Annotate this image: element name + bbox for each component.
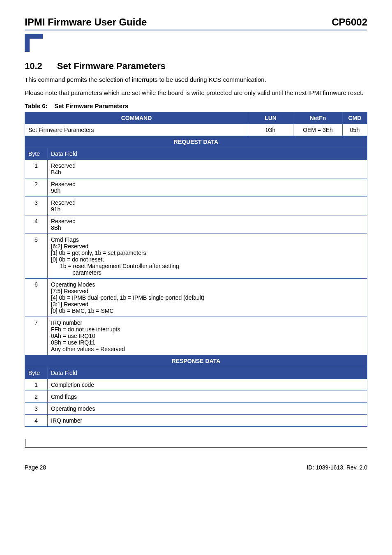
request-row: 7 IRQ number FFh = do not use interrupts… [25, 317, 367, 355]
req-byte: 3 [25, 197, 48, 215]
col-netfn: NetFn [293, 112, 343, 124]
request-label: REQUEST DATA [25, 136, 367, 148]
resp-byte: 3 [25, 402, 48, 414]
section-para-2: Please note that parameters which are se… [25, 89, 367, 97]
req-byte: 4 [25, 215, 48, 234]
table-caption-label: Table 6: [25, 102, 48, 109]
req-field: Cmd Flags [6:2] Reserved [1] 0b = get on… [48, 234, 367, 278]
req-field: Reserved 90h [48, 178, 367, 197]
footer-rule [25, 447, 367, 448]
doc-title: IPMI Firmware User Guide [25, 16, 147, 28]
resp-byte: 2 [25, 391, 48, 402]
request-row: 5 Cmd Flags [6:2] Reserved [1] 0b = get … [25, 234, 367, 278]
request-row: 2 Reserved 90h [25, 178, 367, 197]
response-row: 3 Operating modes [25, 402, 367, 414]
req-field: Operating Modes [7:5] Reserved [4] 0b = … [48, 278, 367, 317]
section-para-1: This command permits the selection of in… [25, 76, 367, 84]
byte-label: Byte [25, 148, 48, 160]
resp-field: Completion code [48, 379, 367, 391]
header-rule [25, 30, 367, 30]
byte-label: Byte [25, 367, 48, 379]
cmd-lun: 03h [248, 124, 293, 136]
cmd-name: Set Firmware Parameters [25, 124, 248, 136]
col-cmd: CMD [343, 112, 367, 124]
datafield-label: Data Field [48, 148, 367, 160]
req-field: Reserved 91h [48, 197, 367, 215]
command-row: Set Firmware Parameters 03h OEM = 3Eh 05… [25, 124, 367, 136]
resp-field: IRQ number [48, 414, 367, 426]
req-byte: 5 [25, 234, 48, 278]
section-number: 10.2 [25, 61, 42, 72]
response-row: 4 IRQ number [25, 414, 367, 426]
req-byte: 7 [25, 317, 48, 355]
footer-rule-wrap [25, 439, 367, 448]
request-subheader: Byte Data Field [25, 148, 367, 160]
req-field: IRQ number FFh = do not use interrupts 0… [48, 317, 367, 355]
firmware-table: COMMAND LUN NetFn CMD Set Firmware Param… [25, 112, 367, 427]
request-row: 1 Reserved B4h [25, 160, 367, 178]
response-header: RESPONSE DATA [25, 355, 367, 367]
resp-byte: 4 [25, 414, 48, 426]
response-row: 2 Cmd flags [25, 391, 367, 402]
resp-byte: 1 [25, 379, 48, 391]
logo [25, 34, 49, 53]
req-field: Reserved 8Bh [48, 215, 367, 234]
cmd-cmd: 05h [343, 124, 367, 136]
table-caption-title: Set Firmware Parameters [54, 102, 128, 109]
doc-id: ID: 1039-1613, Rev. 2.0 [307, 464, 367, 471]
table-caption: Table 6: Set Firmware Parameters [25, 102, 367, 109]
col-lun: LUN [248, 112, 293, 124]
request-header: REQUEST DATA [25, 136, 367, 148]
cmd-netfn: OEM = 3Eh [293, 124, 343, 136]
section-heading: 10.2 Set Firmware Parameters [25, 61, 367, 72]
page-footer: Page 28 ID: 1039-1613, Rev. 2.0 [25, 464, 367, 471]
req-byte: 6 [25, 278, 48, 317]
section-title: Set Firmware Parameters [57, 61, 166, 72]
req-byte: 2 [25, 178, 48, 197]
response-subheader: Byte Data Field [25, 367, 367, 379]
req-field: Reserved B4h [48, 160, 367, 178]
response-row: 1 Completion code [25, 379, 367, 391]
req-byte: 1 [25, 160, 48, 178]
product-code: CP6002 [332, 16, 367, 28]
page-header: IPMI Firmware User Guide CP6002 [25, 16, 367, 30]
datafield-label: Data Field [48, 367, 367, 379]
request-row: 6 Operating Modes [7:5] Reserved [4] 0b … [25, 278, 367, 317]
table-header-row: COMMAND LUN NetFn CMD [25, 112, 367, 124]
page-number: Page 28 [25, 464, 46, 471]
response-label: RESPONSE DATA [25, 355, 367, 367]
col-command: COMMAND [25, 112, 248, 124]
request-row: 4 Reserved 8Bh [25, 215, 367, 234]
resp-field: Cmd flags [48, 391, 367, 402]
resp-field: Operating modes [48, 402, 367, 414]
request-row: 3 Reserved 91h [25, 197, 367, 215]
